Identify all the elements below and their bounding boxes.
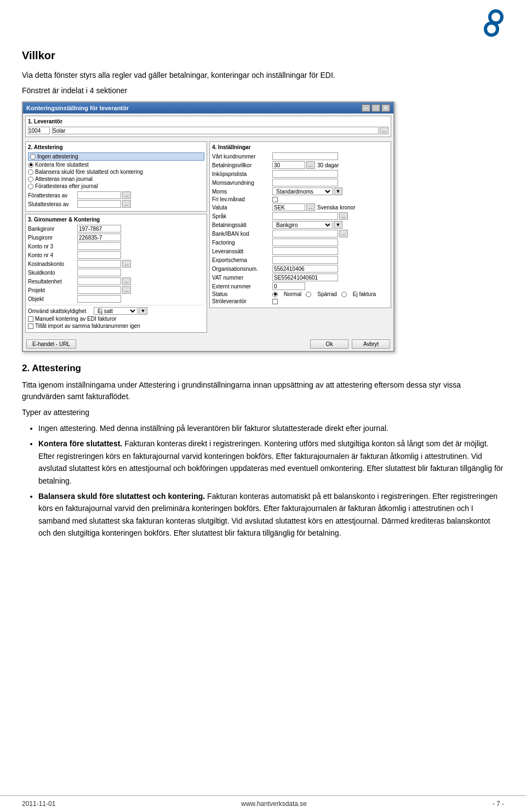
resultatenhet-browse[interactable]: ... (122, 277, 131, 285)
valuta-row: Valuta ... Svenska kronor (212, 203, 388, 211)
slutattesteras-av-browse[interactable]: ... (122, 200, 131, 208)
konto4-input[interactable] (77, 251, 121, 259)
valuta-browse[interactable]: ... (306, 203, 315, 211)
radio-balansera[interactable]: Balansera skuld före slutattest och kont… (28, 169, 204, 175)
avbryt-button[interactable]: Avbryt (352, 339, 390, 349)
tillat-import-checkbox[interactable] (28, 323, 33, 329)
leverantor-row: ... (28, 127, 388, 134)
objekt-input[interactable] (77, 295, 121, 303)
radio-dot-kontera (28, 162, 33, 168)
dialog-left-col: 2. Attestering Ingen attestering Kontera… (25, 141, 207, 335)
ok-button[interactable]: Ok (310, 339, 348, 349)
vat-input[interactable] (272, 274, 338, 281)
iban-row: Bank/IBAN kod ... (212, 230, 388, 237)
betalningsvillkor-browse[interactable]: ... (306, 161, 315, 169)
minimize-button[interactable]: — (362, 104, 370, 112)
stroleverantor-checkbox[interactable] (272, 299, 278, 304)
leveranssatt-label: Leveranssätt (212, 248, 272, 254)
leverantor-browse-btn[interactable]: ... (380, 127, 388, 134)
bullet-balansera-label: Balansera skuld före slutattest och kont… (38, 492, 205, 501)
bankgironr-label: Bankgironr (28, 226, 77, 232)
moms-dropdown-btn[interactable]: ▼ (334, 188, 342, 195)
kundnummer-input[interactable] (272, 152, 338, 160)
stroleverantor-row: Ströleverantör (212, 298, 388, 304)
ehandel-button[interactable]: E-handel - URL (26, 339, 76, 349)
status-ejfaktura-radio[interactable] (341, 292, 347, 297)
bankgironr-input[interactable] (77, 225, 121, 232)
close-button[interactable]: ✕ (381, 104, 390, 112)
radio-attesteras[interactable]: Attesteras innan journal (28, 176, 204, 182)
moms-row: Moms Standardmoms ▼ (212, 188, 388, 195)
status-normal-radio[interactable] (272, 292, 278, 297)
orgnr-input[interactable] (272, 265, 338, 272)
iban-input[interactable] (272, 230, 338, 237)
plusgironr-input[interactable] (77, 234, 121, 241)
vat-row: VAT nummer (212, 274, 388, 281)
iban-browse[interactable]: ... (339, 230, 348, 237)
status-ejfaktura-label: Ej faktura (353, 291, 376, 297)
slutattesteras-av-label: Slutattesteras av (28, 201, 77, 207)
omvand-select[interactable]: Ej satt (94, 307, 138, 315)
resultatenhet-input[interactable] (77, 277, 121, 285)
resultatenhet-row: Resultatenhet ... (28, 277, 204, 285)
kostnadskonto-label: Kostnadskonto (28, 261, 77, 267)
konto3-input[interactable] (77, 242, 121, 250)
radio-label-ingen: Ingen attestering (37, 154, 78, 160)
projekt-browse[interactable]: ... (122, 286, 131, 294)
page-footer: 2011-11-01 www.hantverksdata.se - 7 - (0, 795, 526, 812)
bullet-ingen-text: Med denna inställning på leverantören bl… (100, 424, 388, 433)
momsavrundning-input[interactable] (272, 179, 338, 186)
externt-nr-label: Externt nummer (212, 283, 272, 289)
section1-title: 1. Leverantör (28, 118, 388, 124)
maximize-button[interactable]: □ (371, 104, 380, 112)
externt-nr-input[interactable] (272, 282, 305, 290)
manuell-kontering-row: Manuell kontering av EDI fakturor (28, 316, 204, 322)
betalningsvillkor-input[interactable] (272, 161, 305, 169)
status-row: Status Normal Spärrad Ej faktura (212, 291, 388, 297)
section-gironummer: 3. Gironummer & Kontering Bankgironr Plu… (25, 214, 207, 333)
attestering-heading: 2. Attestering (22, 363, 504, 374)
radio-forattesteras[interactable]: Förattesteras efter journal (28, 183, 204, 189)
inkopsprislista-input[interactable] (272, 170, 338, 178)
title-bar-buttons: — □ ✕ (362, 104, 390, 112)
radio-dot-attesteras (28, 177, 33, 182)
status-options: Normal Spärrad Ej faktura (272, 291, 376, 297)
attestering-bullets: Ingen attestering. Med denna inställning… (22, 422, 504, 540)
sprak-label: Språk (212, 213, 272, 219)
omvand-browse[interactable]: ▼ (139, 307, 147, 315)
forattesteras-av-input[interactable] (77, 191, 121, 199)
exportschema-row: Exportschema (212, 256, 388, 264)
forattesteras-av-browse[interactable]: ... (122, 191, 131, 199)
radio-ingen-attestering[interactable]: Ingen attestering (28, 152, 204, 161)
projekt-input[interactable] (77, 286, 121, 294)
page-title: Villkor (22, 49, 504, 62)
valuta-input[interactable] (272, 203, 305, 211)
slutattesteras-av-input[interactable] (77, 200, 121, 208)
radio-label-forattesteras: Förattesteras efter journal (35, 183, 98, 189)
exportschema-input[interactable] (272, 256, 338, 264)
betalningssatt-select[interactable]: Bankgiro (272, 221, 333, 229)
factoring-input[interactable] (272, 239, 338, 246)
sprak-input[interactable] (272, 212, 338, 220)
skuldkonto-label: Skuldkonto (28, 270, 77, 276)
section-installningar: 4. Inställningar Vårt kundnummer Betalni… (209, 141, 391, 308)
sprak-browse[interactable]: ... (339, 212, 348, 220)
status-sparrad-radio[interactable] (306, 292, 311, 297)
manuell-kontering-checkbox[interactable] (28, 316, 33, 322)
radio-kontera[interactable]: Kontera före slutattest (28, 162, 204, 168)
skuldkonto-input[interactable] (77, 269, 121, 276)
kostnadskonto-input[interactable] (77, 260, 121, 268)
leverantor-name-input[interactable] (52, 127, 379, 134)
moms-select[interactable]: Standardmoms (272, 188, 333, 195)
vat-label: VAT nummer (212, 275, 272, 281)
leverantor-nr-input[interactable] (28, 127, 50, 134)
radio-dot-balansera (28, 169, 33, 175)
kostnadskonto-browse[interactable]: ... (122, 260, 131, 268)
footer-page: - 7 - (493, 800, 504, 808)
konto3-row: Konto nr 3 (28, 242, 204, 250)
kundnummer-row: Vårt kundnummer (212, 152, 388, 160)
betalningssatt-dropdown-btn[interactable]: ▼ (334, 221, 342, 229)
leveranssatt-input[interactable] (272, 247, 338, 255)
fri-levmanad-checkbox[interactable] (272, 197, 278, 202)
status-sparrad-label: Spärrad (317, 291, 337, 297)
